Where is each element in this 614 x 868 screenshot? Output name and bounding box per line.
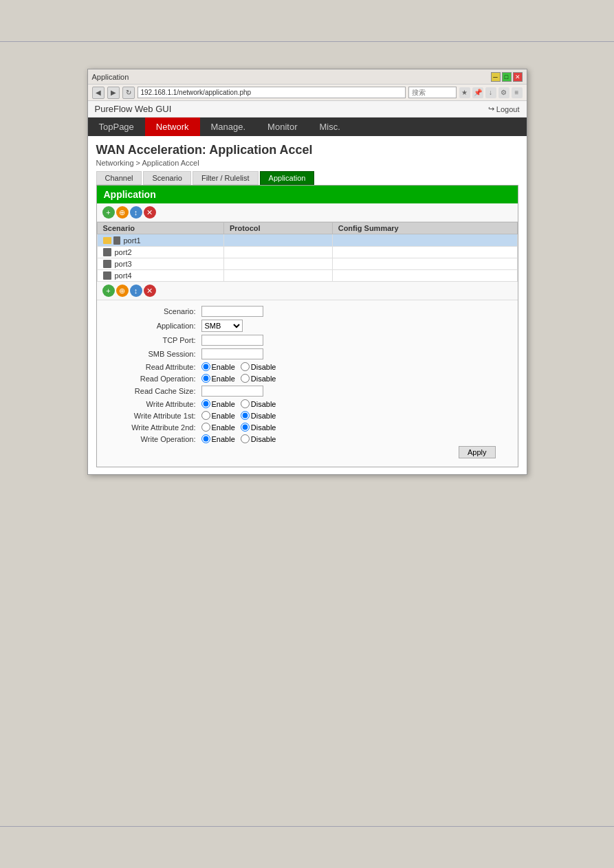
top-toolbar: + ⊕ ↕ ✕ bbox=[97, 203, 518, 222]
write-attribute-enable-label[interactable]: Enable bbox=[201, 399, 235, 408]
refresh-button[interactable]: ↻ bbox=[122, 87, 135, 99]
read-operation-row: Read Operation: Enable Disable bbox=[105, 374, 509, 383]
row-scenario-2: port3 bbox=[97, 258, 223, 270]
tab-channel[interactable]: Channel bbox=[96, 171, 142, 185]
apply-button[interactable]: Apply bbox=[459, 446, 496, 458]
panel-title: Application bbox=[97, 186, 518, 203]
read-operation-enable-label[interactable]: Enable bbox=[201, 374, 235, 383]
maximize-button[interactable]: □ bbox=[502, 72, 512, 82]
page-title: WAN Acceleration: Application Accel bbox=[96, 143, 518, 157]
write-attribute-2nd-disable-label[interactable]: Disable bbox=[241, 423, 276, 432]
write-operation-disable-label[interactable]: Disable bbox=[241, 434, 276, 443]
scenario-label: Scenario: bbox=[105, 307, 201, 315]
bottom-toolbar: + ⊕ ↕ ✕ bbox=[97, 282, 518, 300]
nav-toppage[interactable]: TopPage bbox=[88, 118, 145, 136]
nav-manage[interactable]: Manage. bbox=[200, 118, 257, 136]
read-cache-size-label: Read Cache Size: bbox=[105, 387, 201, 395]
apply-row: Apply bbox=[105, 446, 509, 458]
bookmark-icon[interactable]: 📌 bbox=[472, 87, 483, 98]
row-config-2 bbox=[332, 258, 517, 270]
read-operation-disable-label[interactable]: Disable bbox=[241, 374, 276, 383]
read-operation-enable-radio[interactable] bbox=[201, 374, 210, 383]
add-icon-bottom[interactable]: + bbox=[102, 285, 115, 297]
file-icon bbox=[103, 271, 111, 280]
tcp-port-label: TCP Port: bbox=[105, 336, 201, 344]
table-row[interactable]: port1 bbox=[97, 234, 517, 247]
write-attribute-enable-radio[interactable] bbox=[201, 399, 210, 408]
url-bar[interactable] bbox=[138, 87, 406, 98]
read-attribute-disable-label[interactable]: Disable bbox=[241, 362, 276, 371]
tab-filter[interactable]: Filter / Rulelist bbox=[193, 171, 259, 185]
tab-scenario[interactable]: Scenario bbox=[143, 171, 190, 185]
write-attribute-disable-radio[interactable] bbox=[241, 399, 250, 408]
nav-network[interactable]: Network bbox=[145, 118, 200, 136]
read-operation-disable-radio[interactable] bbox=[241, 374, 250, 383]
read-attribute-disable-radio[interactable] bbox=[241, 362, 250, 371]
main-nav: TopPage Network Manage. Monitor Misc. bbox=[88, 118, 527, 136]
browser-toolbar: ◀ ▶ ↻ ★ 📌 ↓ ⚙ ≡ bbox=[88, 85, 527, 101]
browser-window: Application ─ □ ✕ ◀ ▶ ↻ ★ 📌 ↓ ⚙ ≡ bbox=[87, 69, 527, 475]
smb-session-input[interactable] bbox=[201, 348, 263, 359]
folder-icon bbox=[103, 237, 111, 244]
webapp-header: PureFlow Web GUI ↪ Logout bbox=[88, 101, 527, 118]
write-operation-disable-radio[interactable] bbox=[241, 434, 250, 443]
copy-icon-bottom[interactable]: ⊕ bbox=[116, 285, 129, 297]
row-config-1 bbox=[332, 247, 517, 258]
breadcrumb: Networking > Application Accel bbox=[96, 159, 518, 167]
logout-button[interactable]: ↪ Logout bbox=[488, 104, 520, 113]
tcp-port-input[interactable] bbox=[201, 335, 263, 346]
page-content: WAN Acceleration: Application Accel Netw… bbox=[88, 136, 527, 474]
write-operation-enable-radio[interactable] bbox=[201, 434, 210, 443]
read-attribute-enable-radio[interactable] bbox=[201, 362, 210, 371]
settings-icon[interactable]: ⚙ bbox=[498, 87, 509, 98]
read-attribute-label: Read Attribute: bbox=[105, 363, 201, 371]
file-icon bbox=[103, 260, 111, 268]
read-attribute-enable-label[interactable]: Enable bbox=[201, 362, 235, 371]
scenario-table: Scenario Protocol Config Summary bbox=[97, 222, 518, 282]
write-attribute-1st-disable-label[interactable]: Disable bbox=[241, 411, 276, 420]
browser-titlebar: Application ─ □ ✕ bbox=[88, 69, 527, 85]
read-cache-size-input[interactable] bbox=[201, 386, 263, 397]
menu-icon[interactable]: ≡ bbox=[512, 87, 523, 98]
table-row[interactable]: port3 bbox=[97, 258, 517, 270]
nav-monitor[interactable]: Monitor bbox=[256, 118, 308, 136]
row-scenario-3: port4 bbox=[97, 270, 223, 282]
delete-icon-bottom[interactable]: ✕ bbox=[144, 285, 156, 297]
row-protocol-1 bbox=[223, 247, 332, 258]
delete-icon[interactable]: ✕ bbox=[144, 206, 156, 219]
nav-misc[interactable]: Misc. bbox=[308, 118, 351, 136]
write-attribute-disable-label[interactable]: Disable bbox=[241, 399, 276, 408]
tab-application[interactable]: Application bbox=[260, 171, 315, 185]
logout-label: Logout bbox=[496, 105, 520, 113]
write-attribute-2nd-enable-label[interactable]: Enable bbox=[201, 423, 235, 432]
star-icon[interactable]: ★ bbox=[459, 87, 470, 98]
close-button[interactable]: ✕ bbox=[513, 72, 523, 82]
minimize-button[interactable]: ─ bbox=[491, 72, 501, 82]
tcp-port-row: TCP Port: bbox=[105, 335, 509, 346]
browser-title-controls: ─ □ ✕ bbox=[491, 72, 523, 82]
add-icon[interactable]: + bbox=[102, 206, 115, 219]
col-scenario: Scenario bbox=[97, 223, 223, 234]
table-row[interactable]: port4 bbox=[97, 270, 517, 282]
write-attribute-1st-disable-radio[interactable] bbox=[241, 411, 250, 420]
write-operation-enable-label[interactable]: Enable bbox=[201, 434, 235, 443]
move-icon-bottom[interactable]: ↕ bbox=[130, 285, 142, 297]
copy-icon[interactable]: ⊕ bbox=[116, 206, 129, 219]
browser-title: Application bbox=[92, 73, 491, 81]
file-icon-inner bbox=[113, 236, 122, 245]
search-box[interactable] bbox=[408, 87, 457, 98]
move-icon[interactable]: ↕ bbox=[130, 206, 142, 219]
write-attribute-2nd-disable-radio[interactable] bbox=[241, 423, 250, 432]
write-attribute-1st-enable-radio[interactable] bbox=[201, 411, 210, 420]
back-button[interactable]: ◀ bbox=[92, 87, 105, 99]
write-attribute-2nd-enable-radio[interactable] bbox=[201, 423, 210, 432]
scenario-input[interactable] bbox=[201, 306, 263, 317]
table-row[interactable]: port2 bbox=[97, 247, 517, 258]
download-icon[interactable]: ↓ bbox=[485, 87, 496, 98]
row-protocol-0 bbox=[223, 234, 332, 247]
write-operation-row: Write Operation: Enable Disable bbox=[105, 434, 509, 443]
application-select[interactable]: SMB bbox=[201, 320, 243, 332]
webapp: PureFlow Web GUI ↪ Logout TopPage Networ… bbox=[88, 101, 527, 474]
forward-button[interactable]: ▶ bbox=[107, 87, 120, 99]
write-attribute-1st-enable-label[interactable]: Enable bbox=[201, 411, 235, 420]
